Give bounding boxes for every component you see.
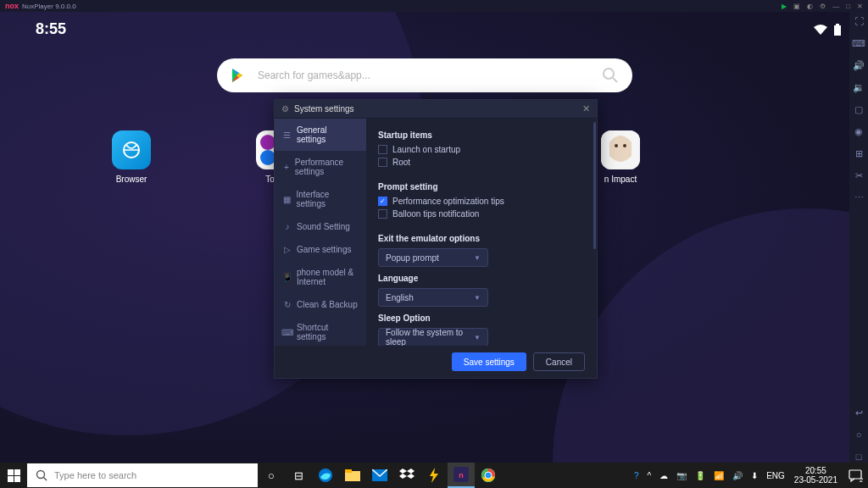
svg-line-14	[44, 478, 47, 481]
select-sleep-option[interactable]: Follow the system to sleep ▼	[378, 328, 488, 346]
taskbar-search-input[interactable]	[54, 470, 249, 480]
home-search-input[interactable]	[258, 69, 602, 81]
cortana-icon[interactable]: ○	[258, 463, 285, 488]
dialog-title: System settings	[294, 104, 354, 114]
mail-icon[interactable]	[366, 463, 393, 488]
maximize-icon[interactable]: □	[846, 3, 850, 10]
wifi-icon	[814, 25, 827, 35]
system-tray: ? ^ ☁ 📷 🔋 📶 🔊 ⬇ ENG 20:55 23-05-2021 2	[630, 463, 868, 488]
task-view-icon[interactable]: ⊟	[285, 463, 312, 488]
play-icon[interactable]: ▶	[782, 3, 787, 10]
svg-rect-1	[834, 25, 841, 36]
select-language[interactable]: English ▼	[378, 288, 488, 307]
system-settings-dialog: ⚙ System settings ✕ ☰General settings +P…	[274, 99, 598, 379]
svg-point-11	[615, 144, 618, 147]
record-icon[interactable]: ◉	[853, 125, 865, 137]
tray-chevron-icon[interactable]: ^	[643, 471, 655, 480]
home-search-bar[interactable]	[217, 58, 632, 92]
explorer-icon[interactable]	[339, 463, 366, 488]
content-scrollbar[interactable]	[593, 122, 596, 342]
settings-gear-icon[interactable]: ⚙	[820, 3, 826, 10]
checkbox-icon	[378, 158, 387, 167]
screenshot-icon[interactable]: ▢	[853, 103, 865, 115]
minimize-icon[interactable]: —	[832, 3, 839, 10]
startup-section-title: Startup items	[378, 130, 585, 140]
checkbox-launch-on-startup[interactable]: Launch on startup	[378, 145, 585, 154]
sidebar-item-general[interactable]: ☰General settings	[275, 119, 366, 151]
checkbox-icon	[378, 145, 387, 154]
checkbox-balloon-tips[interactable]: Balloon tips notification	[378, 209, 585, 219]
keymap-icon[interactable]: ⌨	[853, 37, 865, 49]
volume-up-icon[interactable]: 🔊	[853, 59, 865, 71]
fullscreen-icon[interactable]: ⛶	[853, 15, 865, 27]
emulator-right-toolbar: ⛶ ⌨ 🔊 🔉 ▢ ◉ ⊞ ✂ ⋯ ↩ ○ □	[849, 12, 868, 463]
volume-tray-icon[interactable]: 🔊	[728, 471, 747, 480]
volume-down-icon[interactable]: 🔉	[853, 81, 865, 93]
layout-icon: ▦	[283, 195, 292, 203]
chevron-down-icon: ▼	[474, 334, 481, 341]
plus-icon: +	[283, 163, 290, 171]
chevron-down-icon: ▼	[474, 254, 481, 262]
app-genshin-label: n Impact	[604, 175, 637, 184]
scissors-icon[interactable]: ✂	[853, 169, 865, 181]
language-section-title: Language	[378, 274, 585, 283]
edge-icon[interactable]	[312, 463, 339, 488]
start-button[interactable]	[0, 463, 27, 488]
app-browser[interactable]: Browser	[102, 130, 161, 184]
phone-icon: 📱	[283, 273, 292, 281]
action-center-icon[interactable]: 2	[843, 469, 868, 482]
sleep-section-title: Sleep Option	[378, 313, 585, 323]
download-tray-icon[interactable]: ⬇	[747, 471, 762, 480]
save-settings-button[interactable]: Save settings	[452, 352, 526, 371]
app-genshin[interactable]: n Impact	[589, 130, 652, 184]
more-icon[interactable]: ⋯	[853, 191, 865, 203]
settings-sidebar: ☰General settings +Performance settings …	[275, 119, 366, 346]
sidebar-item-phone[interactable]: 📱phone model & Internet	[275, 261, 366, 293]
cancel-button[interactable]: Cancel	[533, 352, 585, 371]
sidebar-item-sound[interactable]: ♪Sound Setting	[275, 215, 366, 238]
battery-tray-icon[interactable]: 🔋	[691, 471, 709, 480]
recents-icon[interactable]: □	[853, 451, 865, 463]
onedrive-icon[interactable]: ☁	[655, 471, 672, 480]
checkbox-root[interactable]: Root	[378, 158, 585, 167]
refresh-icon: ↻	[283, 301, 292, 309]
sidebar-item-clean[interactable]: ↻Clean & Backup	[275, 293, 366, 316]
sidebar-item-interface[interactable]: ▦Interface settings	[275, 183, 366, 215]
dialog-header: ⚙ System settings ✕	[275, 100, 597, 119]
help-icon[interactable]: ?	[630, 471, 643, 480]
search-icon[interactable]	[602, 67, 619, 84]
language-indicator[interactable]: ENG	[762, 471, 789, 480]
battery-icon	[834, 24, 841, 36]
home-icon[interactable]: ○	[853, 429, 865, 441]
sidebar-item-game[interactable]: ▷Game settings	[275, 238, 366, 261]
dropbox-icon[interactable]	[393, 463, 420, 488]
taskbar-date: 23-05-2021	[794, 475, 837, 485]
chrome-icon[interactable]	[475, 463, 502, 488]
gear-icon: ⚙	[281, 104, 289, 114]
dialog-close-button[interactable]: ✕	[582, 103, 590, 114]
windows-taskbar: ○ ⊟ n ? ^ ☁ 📷 🔋 📶 🔊 ⬇ ENG 20:55 23-05-20…	[0, 463, 868, 488]
svg-point-2	[604, 69, 614, 79]
svg-point-12	[623, 144, 626, 147]
chevron-down-icon: ▼	[474, 294, 481, 302]
multi-instance-icon[interactable]: ▣	[793, 3, 800, 10]
search-icon	[36, 469, 47, 481]
wifi-tray-icon[interactable]: 📶	[709, 471, 728, 480]
theme-icon[interactable]: ◐	[807, 3, 813, 10]
window-controls: ▶ ▣ ◐ ⚙ — □ ✕	[782, 3, 863, 10]
sidebar-item-shortcut[interactable]: ⌨Shortcut settings	[275, 316, 366, 348]
nox-taskbar-icon[interactable]: n	[448, 463, 475, 488]
svg-text:n: n	[459, 471, 464, 480]
back-icon[interactable]: ↩	[853, 407, 865, 419]
checkbox-perf-tips[interactable]: ✓ Performance optimization tips	[378, 197, 585, 206]
bolt-icon[interactable]	[420, 463, 448, 488]
apk-icon[interactable]: ⊞	[853, 147, 865, 159]
taskbar-search[interactable]	[27, 463, 258, 487]
window-titlebar: nox NoxPlayer 9.0.0.0 ▶ ▣ ◐ ⚙ — □ ✕	[0, 0, 868, 12]
select-exit-option[interactable]: Popup prompt ▼	[378, 248, 488, 267]
taskbar-time: 20:55	[805, 466, 826, 475]
sidebar-item-performance[interactable]: +Performance settings	[275, 151, 366, 183]
close-icon[interactable]: ✕	[857, 3, 863, 10]
taskbar-clock[interactable]: 20:55 23-05-2021	[789, 466, 843, 485]
meet-now-icon[interactable]: 📷	[672, 471, 691, 480]
